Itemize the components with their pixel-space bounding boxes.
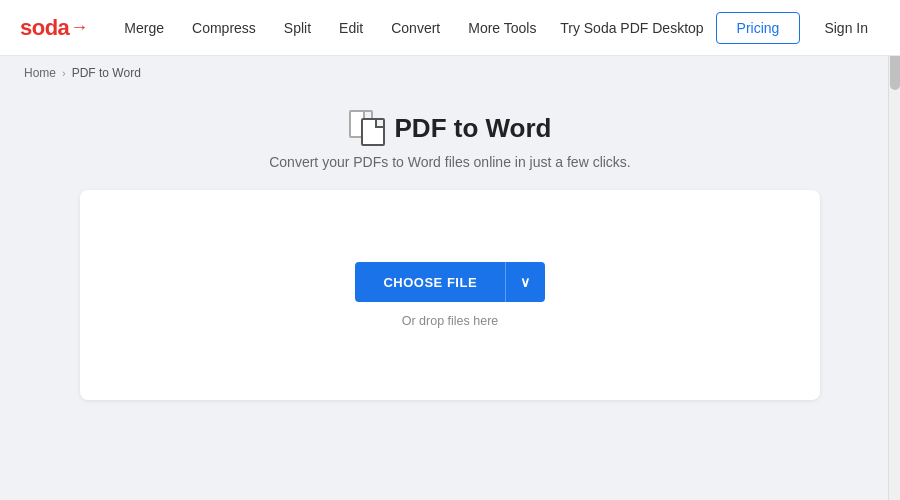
choose-file-label: CHOOSE FILE [355,263,505,302]
nav-more-tools[interactable]: More Tools [456,12,548,44]
main-nav: Merge Compress Split Edit Convert More T… [112,12,560,44]
scrollbar[interactable] [888,0,900,500]
try-desktop-link[interactable]: Try Soda PDF Desktop [560,20,703,36]
logo-text: soda [20,15,69,41]
word-doc-icon [361,118,385,146]
page-title: PDF to Word [395,113,552,144]
nav-merge[interactable]: Merge [112,12,176,44]
nav-edit[interactable]: Edit [327,12,375,44]
choose-file-dropdown-arrow[interactable]: ∨ [506,262,545,302]
logo[interactable]: soda → [20,15,88,41]
signin-button[interactable]: Sign In [812,13,880,43]
nav-convert[interactable]: Convert [379,12,452,44]
header: soda → Merge Compress Split Edit Convert… [0,0,900,56]
logo-arrow: → [70,17,88,38]
breadcrumb-current: PDF to Word [72,66,141,80]
breadcrumb: Home › PDF to Word [0,56,900,90]
nav-compress[interactable]: Compress [180,12,268,44]
file-dropzone[interactable]: CHOOSE FILE ∨ Or drop files here [80,190,820,400]
drop-text: Or drop files here [402,314,499,328]
pricing-button[interactable]: Pricing [716,12,801,44]
page-subtitle: Convert your PDFs to Word files online i… [269,154,631,170]
choose-file-button[interactable]: CHOOSE FILE ∨ [355,262,544,302]
main-content: PDF to Word Convert your PDFs to Word fi… [0,90,900,400]
breadcrumb-separator: › [62,67,66,79]
nav-split[interactable]: Split [272,12,323,44]
header-right: Try Soda PDF Desktop Pricing Sign In [560,12,880,44]
breadcrumb-home[interactable]: Home [24,66,56,80]
pdf-to-word-icon [349,110,385,146]
page-title-section: PDF to Word [349,110,552,146]
